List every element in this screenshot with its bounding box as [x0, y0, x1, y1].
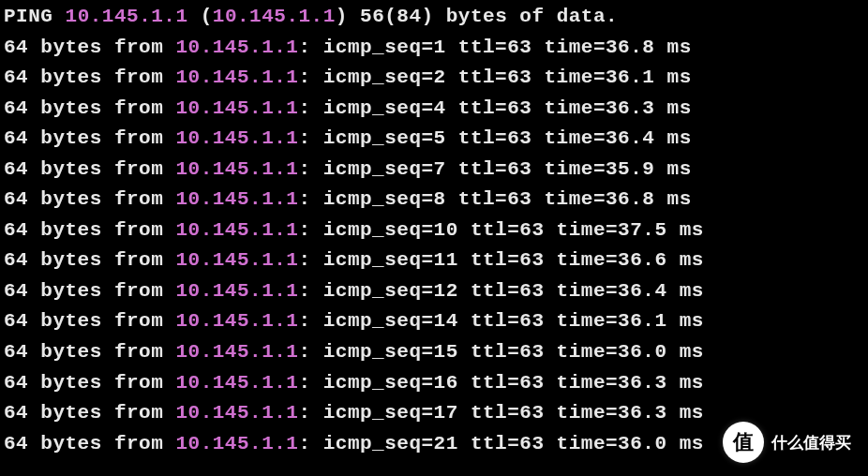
ping-replies: 64 bytes from 10.145.1.1: icmp_seq=1 ttl…	[4, 33, 864, 460]
reply-ip: 10.145.1.1	[175, 67, 298, 88]
reply-ip: 10.145.1.1	[175, 127, 298, 149]
reply-stats: : icmp_seq=5 ttl=63 time=36.4 ms	[298, 127, 691, 149]
reply-ip: 10.145.1.1	[175, 372, 298, 394]
paren-close: )	[336, 6, 348, 27]
reply-stats: : icmp_seq=15 ttl=63 time=36.0 ms	[298, 341, 703, 363]
ping-reply-line: 64 bytes from 10.145.1.1: icmp_seq=12 tt…	[4, 276, 864, 307]
ping-command: PING	[4, 6, 52, 27]
reply-ip: 10.145.1.1	[175, 219, 298, 241]
paren-open: (	[201, 6, 213, 27]
reply-prefix: 64 bytes from	[4, 97, 175, 119]
reply-prefix: 64 bytes from	[4, 280, 175, 302]
reply-ip: 10.145.1.1	[175, 402, 298, 424]
reply-prefix: 64 bytes from	[4, 37, 175, 58]
reply-ip: 10.145.1.1	[175, 249, 298, 271]
reply-prefix: 64 bytes from	[4, 219, 175, 241]
ping-reply-line: 64 bytes from 10.145.1.1: icmp_seq=11 tt…	[4, 245, 864, 276]
reply-prefix: 64 bytes from	[4, 249, 175, 271]
ping-reply-line: 64 bytes from 10.145.1.1: icmp_seq=10 tt…	[4, 216, 864, 246]
terminal-output: PING 10.145.1.1 (10.145.1.1) 56(84) byte…	[4, 2, 864, 459]
reply-ip: 10.145.1.1	[175, 97, 298, 119]
reply-ip: 10.145.1.1	[175, 158, 298, 180]
ping-size-text: 56(84) bytes of data.	[360, 6, 618, 27]
ping-reply-line: 64 bytes from 10.145.1.1: icmp_seq=5 ttl…	[4, 124, 864, 155]
ping-reply-line: 64 bytes from 10.145.1.1: icmp_seq=14 tt…	[4, 306, 864, 337]
reply-prefix: 64 bytes from	[4, 372, 175, 394]
watermark-text: 什么值得买	[771, 432, 851, 454]
reply-prefix: 64 bytes from	[4, 127, 175, 149]
reply-stats: : icmp_seq=17 ttl=63 time=36.3 ms	[298, 402, 703, 424]
ping-reply-line: 64 bytes from 10.145.1.1: icmp_seq=1 ttl…	[4, 33, 864, 64]
ping-reply-line: 64 bytes from 10.145.1.1: icmp_seq=8 ttl…	[4, 185, 864, 216]
reply-stats: : icmp_seq=4 ttl=63 time=36.3 ms	[298, 97, 691, 119]
ping-reply-line: 64 bytes from 10.145.1.1: icmp_seq=4 ttl…	[4, 94, 864, 125]
ping-reply-line: 64 bytes from 10.145.1.1: icmp_seq=7 ttl…	[4, 155, 864, 186]
reply-prefix: 64 bytes from	[4, 188, 175, 210]
ping-reply-line: 64 bytes from 10.145.1.1: icmp_seq=2 ttl…	[4, 63, 864, 94]
reply-ip: 10.145.1.1	[175, 341, 298, 363]
reply-prefix: 64 bytes from	[4, 158, 175, 180]
ping-header-line: PING 10.145.1.1 (10.145.1.1) 56(84) byte…	[4, 2, 864, 33]
reply-stats: : icmp_seq=21 ttl=63 time=36.0 ms	[298, 433, 703, 454]
watermark-icon: 值	[723, 422, 764, 463]
reply-prefix: 64 bytes from	[4, 67, 175, 88]
reply-stats: : icmp_seq=7 ttl=63 time=35.9 ms	[298, 158, 691, 180]
reply-prefix: 64 bytes from	[4, 433, 175, 454]
watermark-badge: 值 什么值得买	[723, 422, 851, 463]
reply-prefix: 64 bytes from	[4, 341, 175, 363]
ping-reply-line: 64 bytes from 10.145.1.1: icmp_seq=16 tt…	[4, 368, 864, 399]
ping-resolved-ip: 10.145.1.1	[213, 6, 336, 27]
reply-ip: 10.145.1.1	[175, 433, 298, 454]
reply-stats: : icmp_seq=11 ttl=63 time=36.6 ms	[298, 249, 703, 271]
ping-reply-line: 64 bytes from 10.145.1.1: icmp_seq=15 tt…	[4, 337, 864, 368]
reply-ip: 10.145.1.1	[175, 310, 298, 332]
reply-stats: : icmp_seq=16 ttl=63 time=36.3 ms	[298, 372, 703, 394]
reply-stats: : icmp_seq=2 ttl=63 time=36.1 ms	[298, 67, 691, 88]
reply-stats: : icmp_seq=10 ttl=63 time=37.5 ms	[298, 219, 703, 241]
reply-stats: : icmp_seq=14 ttl=63 time=36.1 ms	[298, 310, 703, 332]
reply-prefix: 64 bytes from	[4, 402, 175, 424]
reply-stats: : icmp_seq=8 ttl=63 time=36.8 ms	[298, 188, 691, 210]
reply-ip: 10.145.1.1	[175, 188, 298, 210]
reply-stats: : icmp_seq=1 ttl=63 time=36.8 ms	[298, 37, 691, 58]
reply-ip: 10.145.1.1	[175, 37, 298, 58]
reply-stats: : icmp_seq=12 ttl=63 time=36.4 ms	[298, 280, 703, 302]
reply-prefix: 64 bytes from	[4, 310, 175, 332]
reply-ip: 10.145.1.1	[175, 280, 298, 302]
ping-target-ip: 10.145.1.1	[66, 6, 188, 27]
